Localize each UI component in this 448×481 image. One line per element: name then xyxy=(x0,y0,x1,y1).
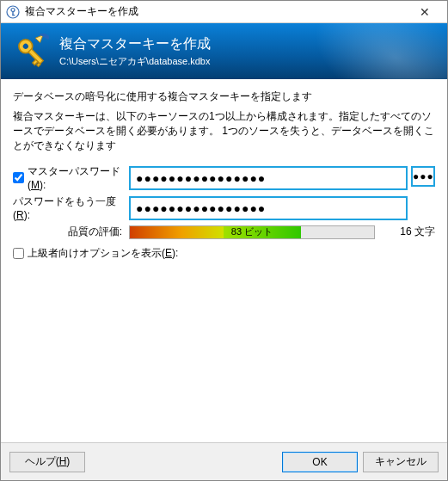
titlebar: 複合マスターキーを作成 ✕ xyxy=(1,1,447,23)
quality-row: 品質の評価: 83 ビット 16 文字 xyxy=(13,225,435,239)
expert-options-label: 上級者向けオプションを表示(E): xyxy=(28,246,178,261)
expert-options-row: 上級者向けオプションを表示(E): xyxy=(13,246,435,261)
ok-button[interactable]: OK xyxy=(282,452,358,472)
close-button[interactable]: ✕ xyxy=(408,5,442,19)
repeat-password-label: パスワードをもう一度(R): xyxy=(13,194,126,221)
quality-bits: 83 ビット xyxy=(130,226,374,238)
description-secondary: 複合マスターキーは、以下のキーソースの1つ以上から構成されます。指定したすべての… xyxy=(13,109,435,152)
banner: 複合マスターキーを作成 C:\Users\ニセアカギ\database.kdbx xyxy=(1,23,447,79)
repeat-password-box xyxy=(129,196,408,220)
banner-titles: 複合マスターキーを作成 C:\Users\ニセアカギ\database.kdbx xyxy=(59,35,211,68)
master-password-box xyxy=(129,166,408,190)
svg-rect-3 xyxy=(12,15,15,15)
repeat-password-row: パスワードをもう一度(R): xyxy=(13,194,435,221)
content: データベースの暗号化に使用する複合マスターキーを指定します 複合マスターキーは、… xyxy=(1,79,447,261)
window-title: 複合マスターキーを作成 xyxy=(25,4,408,19)
expert-options-checkbox[interactable] xyxy=(13,248,24,259)
footer: ヘルプ(H) OK キャンセル xyxy=(1,442,447,480)
description-primary: データベースの暗号化に使用する複合マスターキーを指定します xyxy=(13,89,435,104)
key-icon xyxy=(13,34,49,70)
app-icon xyxy=(6,5,20,19)
banner-subtitle: C:\Users\ニセアカギ\database.kdbx xyxy=(59,55,211,68)
cancel-button[interactable]: キャンセル xyxy=(363,452,439,472)
quality-bar: 83 ビット xyxy=(129,225,375,239)
svg-rect-8 xyxy=(37,62,40,65)
master-password-label: マスターパスワード(M): xyxy=(28,164,129,191)
master-password-checkbox[interactable] xyxy=(13,172,24,183)
quality-chars: 16 文字 xyxy=(375,225,435,239)
master-password-input[interactable] xyxy=(132,170,404,187)
quality-label: 品質の評価: xyxy=(13,225,129,239)
repeat-password-input[interactable] xyxy=(132,200,404,217)
reveal-password-button[interactable]: ●●● xyxy=(411,166,435,187)
help-button[interactable]: ヘルプ(H) xyxy=(9,452,85,472)
banner-title: 複合マスターキーを作成 xyxy=(59,35,211,53)
master-password-row: マスターパスワード(M): ●●● xyxy=(13,164,435,191)
